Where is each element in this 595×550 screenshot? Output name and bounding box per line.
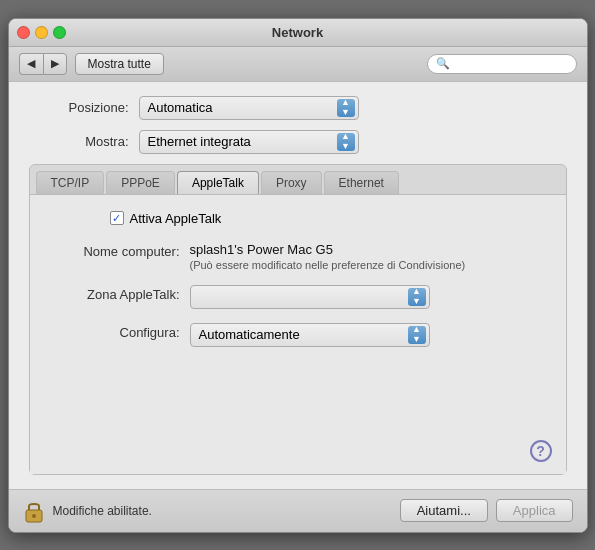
mostra-arrow: ▲ ▼ [337,133,355,151]
tab-proxy[interactable]: Proxy [261,171,322,194]
tab-tcpip[interactable]: TCP/IP [36,171,105,194]
arrow-down-icon4: ▼ [412,335,421,344]
close-button[interactable] [17,26,30,39]
tab-content: ✓ Attiva AppleTalk Nome computer: splash… [30,194,566,474]
lock-text: Modifiche abilitate. [53,504,392,518]
titlebar: Network [9,19,587,47]
zona-select[interactable]: ▲ ▼ [190,285,430,309]
tab-appletalk[interactable]: AppleTalk [177,171,259,194]
nome-label: Nome computer: [50,242,180,259]
window-title: Network [272,25,323,40]
tabs-bar: TCP/IP PPPoE AppleTalk Proxy Ethernet [30,165,566,194]
bottom-bar: Modifiche abilitate. Aiutami... Applica [9,489,587,532]
checkmark-icon: ✓ [112,212,121,225]
lock-icon[interactable] [23,498,45,524]
minimize-button[interactable] [35,26,48,39]
arrow-up-icon2: ▲ [341,132,350,141]
main-content: Posizione: Automatica ▲ ▼ Mostra: Ethern… [9,82,587,489]
posizione-select[interactable]: Automatica ▲ ▼ [139,96,359,120]
forward-button[interactable]: ▶ [43,53,67,75]
network-window: Network ◀ ▶ Mostra tutte 🔍 Posizione: Au… [8,18,588,533]
arrow-down-icon2: ▼ [341,142,350,151]
nome-value-group: splash1's Power Mac G5 (Può essere modif… [190,242,466,271]
mostra-row: Mostra: Ethernet integrata ▲ ▼ [29,130,567,154]
aiutami-button[interactable]: Aiutami... [400,499,488,522]
posizione-value: Automatica [148,100,213,115]
tab-ethernet[interactable]: Ethernet [324,171,399,194]
appletalk-checkbox[interactable]: ✓ [110,211,124,225]
arrow-up-icon4: ▲ [412,325,421,334]
configura-select[interactable]: Automaticamente ▲ ▼ [190,323,430,347]
arrow-down-icon: ▼ [341,108,350,117]
mostra-value: Ethernet integrata [148,134,251,149]
maximize-button[interactable] [53,26,66,39]
configura-label: Configura: [50,323,180,340]
mostra-select[interactable]: Ethernet integrata ▲ ▼ [139,130,359,154]
tab-pppoe[interactable]: PPPoE [106,171,175,194]
arrow-up-icon: ▲ [341,98,350,107]
svg-point-1 [32,514,36,518]
zona-row: Zona AppleTalk: ▲ ▼ [50,285,546,309]
search-box[interactable]: 🔍 [427,54,577,74]
nome-sub: (Può essere modificato nelle preferenze … [190,259,466,271]
nav-buttons: ◀ ▶ [19,53,67,75]
mostra-tutte-button[interactable]: Mostra tutte [75,53,164,75]
nome-value: splash1's Power Mac G5 [190,242,466,257]
checkbox-row: ✓ Attiva AppleTalk [50,211,546,226]
configura-row: Configura: Automaticamente ▲ ▼ [50,323,546,347]
mostra-label: Mostra: [29,134,129,149]
back-button[interactable]: ◀ [19,53,43,75]
posizione-arrow: ▲ ▼ [337,99,355,117]
help-button[interactable]: ? [530,440,552,462]
tabs-container: TCP/IP PPPoE AppleTalk Proxy Ethernet ✓ … [29,164,567,475]
posizione-row: Posizione: Automatica ▲ ▼ [29,96,567,120]
checkbox-label: Attiva AppleTalk [130,211,222,226]
nome-computer-row: Nome computer: splash1's Power Mac G5 (P… [50,242,546,271]
zona-label: Zona AppleTalk: [50,285,180,302]
zona-arrow: ▲ ▼ [408,288,426,306]
applica-button[interactable]: Applica [496,499,573,522]
arrow-down-icon3: ▼ [412,297,421,306]
posizione-label: Posizione: [29,100,129,115]
arrow-up-icon3: ▲ [412,287,421,296]
search-icon: 🔍 [436,57,450,70]
configura-arrow: ▲ ▼ [408,326,426,344]
toolbar: ◀ ▶ Mostra tutte 🔍 [9,47,587,82]
configura-value: Automaticamente [199,327,300,342]
traffic-lights [17,26,66,39]
